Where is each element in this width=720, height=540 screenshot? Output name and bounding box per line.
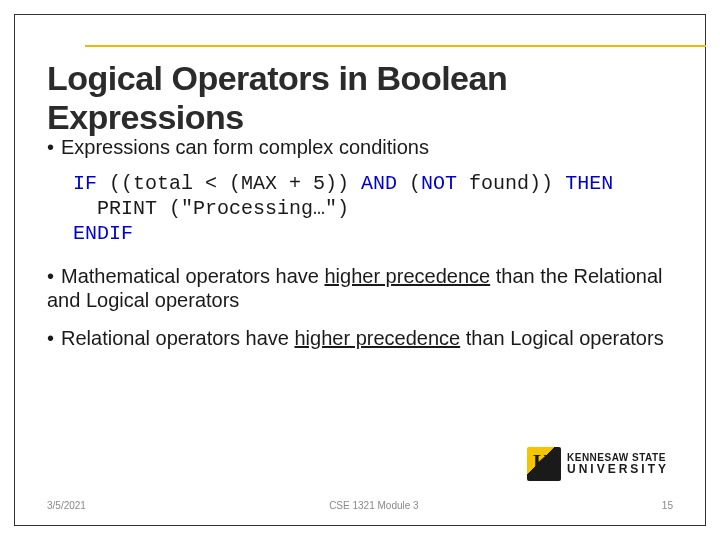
bullet-3b: than Logical operators xyxy=(460,327,663,349)
slide-footer: 3/5/2021 CSE 1321 Module 3 15 xyxy=(47,500,673,511)
kw-endif: ENDIF xyxy=(73,222,133,245)
code-block: IF ((total < (MAX + 5)) AND (NOT found))… xyxy=(73,171,673,246)
bullet-2: •Mathematical operators have higher prec… xyxy=(47,264,673,312)
footer-date: 3/5/2021 xyxy=(47,500,86,511)
bullet-3u: higher precedence xyxy=(294,327,460,349)
code-l1b: ( xyxy=(397,172,421,195)
slide-frame: Logical Operators in Boolean Expressions… xyxy=(14,14,706,526)
bullet-dot: • xyxy=(47,264,61,288)
accent-line xyxy=(85,45,706,47)
ksu-logo: KENNESAW STATE UNIVERSITY xyxy=(527,443,677,485)
code-l1c: found)) xyxy=(457,172,565,195)
slide-content: •Expressions can form complex conditions… xyxy=(47,135,673,362)
code-l1a: ((total < (MAX + 5)) xyxy=(97,172,361,195)
kw-and: AND xyxy=(361,172,397,195)
footer-page: 15 xyxy=(662,500,673,511)
bullet-1: •Expressions can form complex conditions xyxy=(47,135,673,159)
ksu-logo-mark xyxy=(527,447,561,481)
kw-if: IF xyxy=(73,172,97,195)
bullet-3: •Relational operators have higher preced… xyxy=(47,326,673,350)
ksu-logo-text: KENNESAW STATE UNIVERSITY xyxy=(567,453,669,475)
footer-center: CSE 1321 Module 3 xyxy=(329,500,419,511)
slide-title: Logical Operators in Boolean Expressions xyxy=(47,59,705,137)
code-l2: PRINT ("Processing…") xyxy=(73,197,349,220)
bullet-1-text: Expressions can form complex conditions xyxy=(61,136,429,158)
bullet-3a: Relational operators have xyxy=(61,327,294,349)
kw-then: THEN xyxy=(565,172,613,195)
bullet-dot: • xyxy=(47,326,61,350)
logo-line2: UNIVERSITY xyxy=(567,463,669,475)
bullet-dot: • xyxy=(47,135,61,159)
kw-not: NOT xyxy=(421,172,457,195)
bullet-2u: higher precedence xyxy=(324,265,490,287)
bullet-2a: Mathematical operators have xyxy=(61,265,324,287)
